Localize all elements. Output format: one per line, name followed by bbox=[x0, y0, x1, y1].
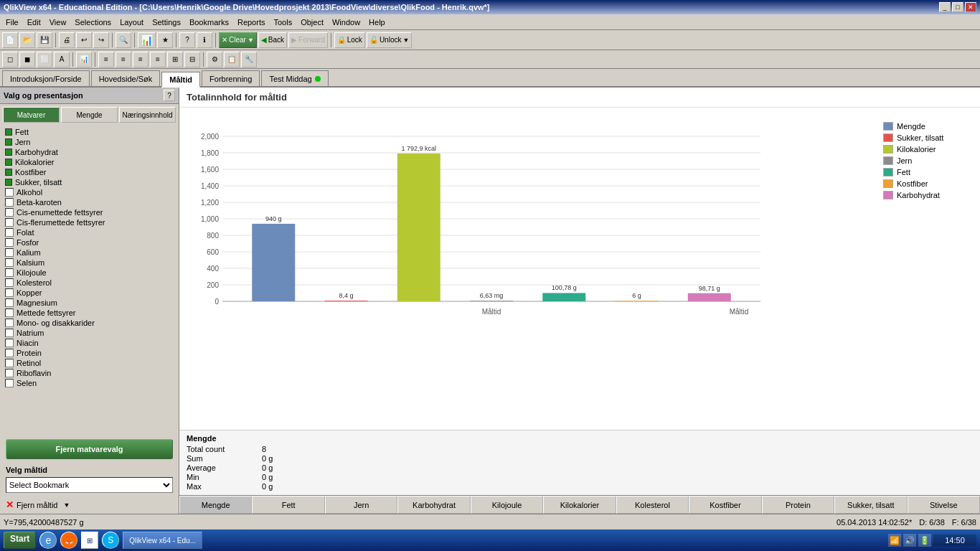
list-item[interactable]: Alkohol bbox=[4, 187, 175, 197]
tb2-align5[interactable]: ⊞ bbox=[167, 52, 183, 67]
unlock-button[interactable]: 🔓 Unlock ▼ bbox=[367, 32, 413, 48]
item-checkbox[interactable] bbox=[5, 188, 14, 197]
item-checkbox[interactable] bbox=[5, 379, 14, 387]
tb2-align2[interactable]: ≡ bbox=[116, 52, 131, 67]
tb2-btn3[interactable]: ⬜ bbox=[37, 52, 52, 67]
maximize-button[interactable]: □ bbox=[952, 2, 963, 12]
bottom-tab-kostfiber[interactable]: Kostfiber bbox=[689, 496, 761, 514]
item-checkbox[interactable] bbox=[5, 238, 14, 247]
menu-item-selections[interactable]: Selections bbox=[70, 17, 116, 28]
item-checkbox[interactable] bbox=[5, 319, 14, 327]
list-item[interactable]: Kalium bbox=[4, 248, 175, 258]
list-item[interactable]: Natrium bbox=[4, 328, 175, 338]
menu-item-reports[interactable]: Reports bbox=[233, 17, 270, 28]
menu-item-object[interactable]: Object bbox=[296, 17, 328, 28]
item-checkbox[interactable] bbox=[5, 349, 14, 357]
item-checkbox[interactable] bbox=[5, 208, 14, 217]
list-item[interactable]: Riboflavin bbox=[4, 368, 175, 378]
item-checkbox[interactable] bbox=[5, 218, 14, 227]
list-item[interactable]: Folat bbox=[4, 227, 175, 237]
fjern-maltid-arrow[interactable]: ▼ bbox=[63, 501, 70, 509]
bottom-tab-stivelse[interactable]: Stivelse bbox=[908, 496, 980, 514]
bottom-tab-jern[interactable]: Jern bbox=[325, 496, 397, 514]
tb2-btn2[interactable]: ◼ bbox=[19, 52, 35, 67]
menu-item-view[interactable]: View bbox=[45, 17, 71, 28]
undo-button[interactable]: ↩ bbox=[76, 32, 92, 48]
tb2-misc2[interactable]: 📋 bbox=[224, 52, 240, 67]
list-item[interactable]: Mettede fettsyrer bbox=[4, 308, 175, 318]
back-button[interactable]: ◀ Back bbox=[258, 32, 287, 48]
taskbar-win-icon[interactable]: ⊞ bbox=[81, 532, 98, 549]
tab-m-ltid[interactable]: Måltid bbox=[161, 72, 200, 88]
list-item[interactable]: Kopper bbox=[4, 288, 175, 298]
tab-introduksjon-forside[interactable]: Introduksjon/Forside bbox=[2, 70, 90, 86]
bottom-tab-protein[interactable]: Protein bbox=[762, 496, 834, 514]
info-button[interactable]: ℹ bbox=[197, 32, 212, 48]
list-item[interactable]: Niacin bbox=[4, 338, 175, 348]
list-item[interactable]: Fett bbox=[4, 127, 175, 137]
list-item[interactable]: Beta-karoten bbox=[4, 197, 175, 207]
taskbar-skype-icon[interactable]: S bbox=[102, 532, 119, 549]
selector-btn-matvarer[interactable]: Matvarer bbox=[3, 107, 60, 123]
search-button[interactable]: 🔍 bbox=[116, 32, 131, 48]
list-item[interactable]: Protein bbox=[4, 348, 175, 358]
fjern-matvarevalg-button[interactable]: Fjern matvarevalg bbox=[6, 439, 173, 459]
list-item[interactable]: Selen bbox=[4, 378, 175, 388]
menu-item-edit[interactable]: Edit bbox=[23, 17, 45, 28]
list-item[interactable]: Sukker, tilsatt bbox=[4, 177, 175, 187]
item-checkbox[interactable] bbox=[5, 268, 14, 277]
selector-btn-næringsinnhold[interactable]: Næringsinnhold bbox=[119, 107, 176, 123]
menu-item-settings[interactable]: Settings bbox=[148, 17, 185, 28]
lock-button[interactable]: 🔒 Lock bbox=[334, 32, 365, 48]
menu-item-window[interactable]: Window bbox=[328, 17, 364, 28]
item-checkbox[interactable] bbox=[5, 339, 14, 347]
list-item[interactable]: Magnesium bbox=[4, 298, 175, 308]
bottom-tab-sukker--tilsatt[interactable]: Sukker, tilsatt bbox=[834, 496, 907, 514]
taskbar-ie-icon[interactable]: e bbox=[39, 532, 57, 549]
taskbar-firefox-icon[interactable]: 🦊 bbox=[60, 532, 77, 549]
tab-test-middag[interactable]: Test Middag bbox=[261, 70, 328, 86]
list-item[interactable]: Kolesterol bbox=[4, 278, 175, 288]
tb2-misc1[interactable]: ⚙ bbox=[207, 52, 222, 67]
menu-item-layout[interactable]: Layout bbox=[116, 17, 148, 28]
new-button[interactable]: 📄 bbox=[2, 32, 18, 48]
list-item[interactable]: Cis-enumettede fettsyrer bbox=[4, 207, 175, 217]
item-checkbox[interactable] bbox=[5, 228, 14, 237]
list-item[interactable]: Cis-flerumettede fettsyrer bbox=[4, 217, 175, 227]
start-button[interactable]: Start bbox=[4, 532, 36, 549]
tb2-align3[interactable]: ≡ bbox=[133, 52, 149, 67]
list-item[interactable]: Mono- og disakkarider bbox=[4, 318, 175, 328]
item-checkbox[interactable] bbox=[5, 288, 14, 297]
item-checkbox[interactable] bbox=[5, 258, 14, 267]
menu-item-file[interactable]: File bbox=[1, 17, 23, 28]
item-checkbox[interactable] bbox=[5, 369, 14, 377]
menu-item-bookmarks[interactable]: Bookmarks bbox=[185, 17, 233, 28]
item-checkbox[interactable] bbox=[5, 329, 14, 337]
help-button[interactable]: ? bbox=[179, 32, 195, 48]
tab-forbrenning[interactable]: Forbrenning bbox=[202, 70, 260, 86]
list-item[interactable]: Retinol bbox=[4, 358, 175, 368]
bookmark-select[interactable]: Select Bookmark bbox=[6, 477, 173, 493]
bottom-tab-kolesterol[interactable]: Kolesterol bbox=[616, 496, 689, 514]
list-item[interactable]: Kilokalorier bbox=[4, 157, 175, 167]
minimize-button[interactable]: _ bbox=[939, 2, 951, 12]
list-item[interactable]: Jern bbox=[4, 137, 175, 147]
tb2-chart[interactable]: 📊 bbox=[76, 52, 92, 67]
item-checkbox[interactable] bbox=[5, 278, 14, 287]
open-button[interactable]: 📂 bbox=[19, 32, 35, 48]
menu-item-help[interactable]: Help bbox=[364, 17, 390, 28]
close-button[interactable]: ✕ bbox=[965, 2, 976, 12]
forward-button[interactable]: ▶ Forward bbox=[288, 32, 328, 48]
item-checkbox[interactable] bbox=[5, 248, 14, 257]
item-checkbox[interactable] bbox=[5, 359, 14, 367]
item-checkbox[interactable] bbox=[5, 298, 14, 307]
tb2-align6[interactable]: ⊟ bbox=[184, 52, 200, 67]
list-item[interactable]: Kalsium bbox=[4, 258, 175, 268]
bottom-tab-mengde[interactable]: Mengde bbox=[179, 496, 252, 514]
bookmark-button[interactable]: ★ bbox=[157, 32, 173, 48]
menu-item-tools[interactable]: Tools bbox=[269, 17, 296, 28]
bottom-tab-kilojoule[interactable]: Kilojoule bbox=[471, 496, 543, 514]
print-button[interactable]: 🖨 bbox=[59, 32, 75, 48]
list-item[interactable]: Fosfor bbox=[4, 237, 175, 248]
tb2-btn1[interactable]: ◻ bbox=[2, 52, 18, 67]
